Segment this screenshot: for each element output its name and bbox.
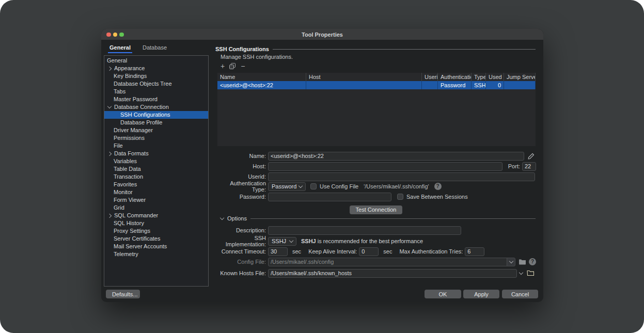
connect-timeout-input[interactable] xyxy=(268,247,288,256)
column-header-type[interactable]: Type xyxy=(472,73,486,81)
description-label: Description: xyxy=(216,227,266,233)
table-cell: SSHJ xyxy=(472,81,486,89)
chevron-down-icon xyxy=(509,259,513,263)
tree-item-label: Database Profile xyxy=(120,119,162,126)
tree-item-variables[interactable]: Variables xyxy=(104,157,208,165)
table-cell: <userid>@<host>:22 xyxy=(217,81,306,89)
tree-item-transaction[interactable]: Transaction xyxy=(104,173,208,181)
tree-item-favorites[interactable]: Favorites xyxy=(104,181,208,188)
minimize-button[interactable] xyxy=(113,33,118,37)
tab-database[interactable]: Database xyxy=(143,44,167,53)
known-hosts-file-label: Known Hosts File: xyxy=(216,270,266,276)
chevron-down-icon[interactable] xyxy=(107,104,112,108)
folder-open-icon[interactable] xyxy=(527,270,535,276)
chevron-down-icon xyxy=(289,238,293,242)
tree-item-mail-server-accounts[interactable]: Mail Server Accounts xyxy=(104,243,208,250)
add-icon[interactable]: + xyxy=(221,62,225,70)
tree-item-database-connection[interactable]: Database Connection xyxy=(104,103,208,111)
save-between-sessions-label: Save Between Sessions xyxy=(406,194,468,200)
duplicate-icon[interactable] xyxy=(229,63,236,70)
column-header-authentication[interactable]: Authentication xyxy=(438,73,472,81)
chevron-down-icon xyxy=(299,183,303,187)
tab-bar: General Database xyxy=(109,44,167,53)
tree-item-monitor[interactable]: Monitor xyxy=(104,188,208,196)
use-config-file-label: Use Config File xyxy=(320,183,358,189)
apply-button[interactable]: Apply xyxy=(463,290,499,298)
zoom-button[interactable] xyxy=(119,33,124,37)
keep-alive-input[interactable] xyxy=(359,247,379,256)
port-label: Port: xyxy=(508,163,520,169)
ok-button[interactable]: OK xyxy=(425,290,461,298)
column-header-used-by[interactable]: Used By xyxy=(486,73,504,81)
tree-item-grid[interactable]: Grid xyxy=(104,204,208,212)
tree-item-server-certificates[interactable]: Server Certificates xyxy=(104,235,208,243)
config-file-dropdown-button[interactable] xyxy=(507,258,515,266)
authentication-type-label: Authentication Type: xyxy=(216,180,266,193)
tree-item-label: Variables xyxy=(114,157,137,165)
tree-item-table-data[interactable]: Table Data xyxy=(104,165,208,173)
use-config-file-checkbox[interactable] xyxy=(310,183,317,189)
authentication-type-select[interactable]: Password xyxy=(268,182,306,191)
defaults-button[interactable]: Defaults... xyxy=(106,290,140,298)
ssh-table[interactable]: NameHostUseridAuthenticationTypeUsed ByJ… xyxy=(217,73,536,146)
options-section-header[interactable]: Options xyxy=(221,215,536,221)
chevron-down-icon xyxy=(220,216,224,220)
port-input[interactable] xyxy=(522,162,536,171)
host-input[interactable] xyxy=(268,162,502,171)
tree-item-database-profile[interactable]: Database Profile xyxy=(104,119,208,126)
name-input[interactable] xyxy=(268,152,524,161)
tree-item-data-formats[interactable]: Data Formats xyxy=(104,150,208,157)
cancel-button[interactable]: Cancel xyxy=(502,290,538,298)
tree-item-general[interactable]: General xyxy=(104,57,208,65)
tree-item-tabs[interactable]: Tabs xyxy=(104,88,208,96)
tree-item-label: Permissions xyxy=(114,134,145,142)
max-authentication-tries-input[interactable] xyxy=(465,247,484,256)
chevron-right-icon[interactable] xyxy=(107,213,112,217)
known-hosts-dropdown-button[interactable] xyxy=(520,273,523,274)
edit-pencil-icon[interactable] xyxy=(528,153,535,160)
description-input[interactable] xyxy=(268,226,461,235)
tree-item-permissions[interactable]: Permissions xyxy=(104,134,208,142)
password-label: Password: xyxy=(216,194,266,200)
title-rule xyxy=(273,49,536,50)
tree-item-telemetry[interactable]: Telemetry xyxy=(104,250,208,258)
help-icon[interactable]: ? xyxy=(434,183,442,190)
test-connection-button[interactable]: Test Connection xyxy=(350,205,403,214)
tree-item-sql-history[interactable]: SQL History xyxy=(104,219,208,227)
save-between-sessions-checkbox[interactable] xyxy=(397,194,403,200)
help-icon[interactable]: ? xyxy=(529,258,536,265)
tree-item-driver-manager[interactable]: Driver Manager xyxy=(104,126,208,134)
tree-item-label: SQL Commander xyxy=(114,212,158,219)
ssh-implementation-select[interactable]: SSHJ xyxy=(268,237,296,246)
tree-item-database-objects-tree[interactable]: Database Objects Tree xyxy=(104,80,208,88)
table-cell xyxy=(306,81,422,89)
table-row[interactable]: <userid>@<host>:22PasswordSSHJ0 xyxy=(217,81,536,89)
config-file-input[interactable] xyxy=(268,258,508,266)
tree-item-file[interactable]: File xyxy=(104,142,208,150)
tab-general[interactable]: General xyxy=(108,44,132,53)
table-cell: 0 xyxy=(486,81,504,89)
tree-item-proxy-settings[interactable]: Proxy Settings xyxy=(104,227,208,235)
known-hosts-file-input[interactable] xyxy=(268,269,517,278)
chevron-right-icon[interactable] xyxy=(107,151,112,155)
tree-item-appearance[interactable]: Appearance xyxy=(104,65,208,72)
column-header-userid[interactable]: Userid xyxy=(422,73,438,81)
keep-alive-label: Keep Alive Interval: xyxy=(308,248,357,255)
userid-input[interactable] xyxy=(268,172,535,181)
tree-item-label: Key Bindings xyxy=(114,72,147,80)
column-header-host[interactable]: Host xyxy=(306,73,422,81)
tree-item-key-bindings[interactable]: Key Bindings xyxy=(104,72,208,80)
tree-item-sql-commander[interactable]: SQL Commander xyxy=(104,212,208,219)
settings-tree[interactable]: GeneralAppearanceKey BindingsDatabase Ob… xyxy=(104,55,209,287)
remove-icon[interactable]: − xyxy=(241,62,245,70)
column-header-jump-server[interactable]: Jump Server xyxy=(504,73,536,81)
password-input[interactable] xyxy=(268,193,391,201)
column-header-name[interactable]: Name xyxy=(217,73,306,81)
folder-icon[interactable] xyxy=(519,259,526,265)
tree-item-form-viewer[interactable]: Form Viewer xyxy=(104,196,208,204)
chevron-right-icon[interactable] xyxy=(107,66,112,70)
close-button[interactable] xyxy=(106,33,111,37)
tree-item-master-password[interactable]: Master Password xyxy=(104,96,208,103)
table-cell xyxy=(504,81,536,89)
tree-item-ssh-configurations[interactable]: SSH Configurations xyxy=(104,111,208,119)
